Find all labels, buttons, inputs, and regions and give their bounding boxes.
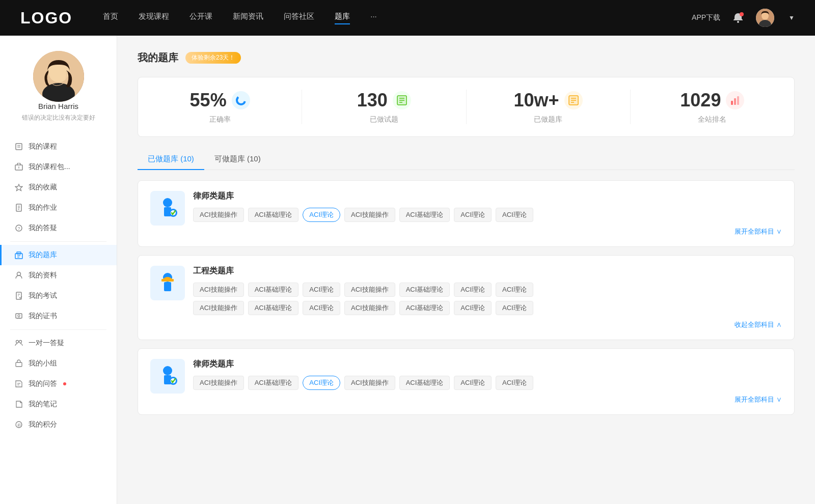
tag-2-4[interactable]: ACI基础理论 xyxy=(399,283,450,297)
tag-2-10[interactable]: ACI技能操作 xyxy=(344,301,395,315)
tag-2-8[interactable]: ACI基础理论 xyxy=(248,301,299,315)
sidebar-item-one2one[interactable]: 一对一答疑 xyxy=(0,333,117,353)
lawyer-icon xyxy=(155,195,180,221)
stat-label-rank: 全站排名 xyxy=(698,115,726,124)
tag-1-1[interactable]: ACI基础理论 xyxy=(248,208,299,222)
avatar-image xyxy=(756,9,774,27)
sidebar-label-favorites: 我的收藏 xyxy=(29,183,57,192)
tabs: 已做题库 (10) 可做题库 (10) xyxy=(138,149,795,170)
logo[interactable]: LOGO xyxy=(20,9,72,27)
nav-qbank[interactable]: 题库 xyxy=(335,12,350,24)
trial-badge: 体验剩余23天！ xyxy=(185,52,241,64)
tag-2-2[interactable]: ACI理论 xyxy=(303,283,340,297)
stat-correct-rate: 55% 正确率 xyxy=(138,90,302,124)
qbank-title-1: 律师类题库 xyxy=(193,191,782,202)
expand-3[interactable]: 展开全部科目 ∨ xyxy=(193,395,782,404)
tag-1-5[interactable]: ACI理论 xyxy=(454,208,492,222)
nav-discover[interactable]: 发现课程 xyxy=(139,12,169,24)
sidebar-label-group: 我的小组 xyxy=(29,359,57,368)
sidebar-item-myqa[interactable]: ? 我的答疑 xyxy=(0,218,117,238)
svg-rect-52 xyxy=(737,96,739,105)
tag-3-1[interactable]: ACI基础理论 xyxy=(248,376,299,390)
navbar: LOGO 首页 发现课程 公开课 新闻资讯 问答社区 题库 ··· APP下载 … xyxy=(0,0,815,36)
sidebar-item-points[interactable]: 积 我的积分 xyxy=(0,414,117,435)
tag-2-0[interactable]: ACI技能操作 xyxy=(193,283,244,297)
user-dropdown-icon[interactable]: ▼ xyxy=(789,14,795,21)
tag-3-3[interactable]: ACI技能操作 xyxy=(344,376,395,390)
nav-mooc[interactable]: 公开课 xyxy=(189,12,212,24)
tag-3-2[interactable]: ACI理论 xyxy=(303,376,340,390)
bank-stat-icon xyxy=(568,95,579,106)
svg-rect-59 xyxy=(161,279,174,282)
page-title: 我的题库 xyxy=(138,51,178,65)
sidebar-item-notes[interactable]: 我的笔记 xyxy=(0,394,117,414)
tag-2-6[interactable]: ACI理论 xyxy=(496,283,533,297)
stat-done-questions: 130 已做试题 xyxy=(302,90,466,124)
main-content: 我的题库 体验剩余23天！ 55% 正确率 xyxy=(117,36,815,504)
sidebar-item-group[interactable]: 我的小组 xyxy=(0,353,117,374)
tag-2-12[interactable]: ACI理论 xyxy=(454,301,492,315)
tag-2-7[interactable]: ACI技能操作 xyxy=(193,301,244,315)
svg-point-31 xyxy=(16,341,19,343)
layout: Brian Harris 错误的决定比没有决定要好 我的课程 我的课程包... xyxy=(0,36,815,504)
collapse-2[interactable]: 收起全部科目 ∧ xyxy=(193,320,782,329)
sidebar-item-questions[interactable]: 我的问答 xyxy=(0,374,117,394)
stat-value-rank: 1029 xyxy=(680,90,721,111)
stat-value-banks: 10w+ xyxy=(514,90,559,111)
sidebar-item-course[interactable]: 我的课程 xyxy=(0,136,117,157)
expand-1[interactable]: 展开全部科目 ∨ xyxy=(193,227,782,236)
tag-3-5[interactable]: ACI理论 xyxy=(454,376,492,390)
tag-3-0[interactable]: ACI技能操作 xyxy=(193,376,244,390)
qbank-content-3: 律师类题库 ACI技能操作 ACI基础理论 ACI理论 ACI技能操作 ACI基… xyxy=(193,359,782,404)
tag-2-13[interactable]: ACI理论 xyxy=(496,301,533,315)
avatar[interactable] xyxy=(756,9,774,27)
tag-1-0[interactable]: ACI技能操作 xyxy=(193,208,244,222)
app-download-button[interactable]: APP下载 xyxy=(692,13,720,22)
qbank-card-3: 律师类题库 ACI技能操作 ACI基础理论 ACI理论 ACI技能操作 ACI基… xyxy=(138,348,795,415)
tags-row-2a: ACI技能操作 ACI基础理论 ACI理论 ACI技能操作 ACI基础理论 AC… xyxy=(193,283,782,297)
sidebar-item-homework[interactable]: 我的作业 xyxy=(0,198,117,218)
tag-1-6[interactable]: ACI理论 xyxy=(496,208,533,222)
sidebar-item-exam[interactable]: 我的考试 xyxy=(0,286,117,306)
sidebar-label-myqa: 我的答疑 xyxy=(29,223,57,233)
profile-avatar[interactable] xyxy=(33,51,84,102)
sidebar-divider-1 xyxy=(10,241,106,242)
sidebar: Brian Harris 错误的决定比没有决定要好 我的课程 我的课程包... xyxy=(0,36,117,504)
tag-2-5[interactable]: ACI理论 xyxy=(454,283,492,297)
svg-point-53 xyxy=(163,198,172,207)
sidebar-label-points: 我的积分 xyxy=(29,420,57,429)
tab-done[interactable]: 已做题库 (10) xyxy=(138,149,204,170)
tag-2-1[interactable]: ACI基础理论 xyxy=(248,283,299,297)
tag-1-3[interactable]: ACI技能操作 xyxy=(344,208,395,222)
nav-news[interactable]: 新闻资讯 xyxy=(233,12,263,24)
sidebar-item-qbank[interactable]: 我的题库 xyxy=(0,245,117,265)
nav-more[interactable]: ··· xyxy=(370,12,377,24)
svg-rect-58 xyxy=(164,282,171,291)
note-icon xyxy=(14,400,23,409)
done-icon-wrapper xyxy=(393,91,411,109)
questions-badge xyxy=(63,382,66,385)
sidebar-item-package[interactable]: 我的课程包... xyxy=(0,157,117,177)
nav-home[interactable]: 首页 xyxy=(103,12,118,24)
nav-qa[interactable]: 问答社区 xyxy=(284,12,314,24)
tag-2-3[interactable]: ACI技能操作 xyxy=(344,283,395,297)
profile-avatar-image xyxy=(33,51,84,102)
tab-available[interactable]: 可做题库 (10) xyxy=(204,149,271,170)
sidebar-item-profile[interactable]: 我的资料 xyxy=(0,265,117,286)
sidebar-item-cert[interactable]: 我的证书 xyxy=(0,306,117,326)
tag-2-11[interactable]: ACI基础理论 xyxy=(399,301,450,315)
tag-3-6[interactable]: ACI理论 xyxy=(496,376,533,390)
sidebar-item-favorites[interactable]: 我的收藏 xyxy=(0,177,117,198)
tag-3-4[interactable]: ACI基础理论 xyxy=(399,376,450,390)
nav-links: 首页 发现课程 公开课 新闻资讯 问答社区 题库 ··· xyxy=(103,12,692,24)
tag-1-2[interactable]: ACI理论 xyxy=(303,208,340,222)
engineer-icon xyxy=(155,270,180,296)
tag-1-4[interactable]: ACI基础理论 xyxy=(399,208,450,222)
svg-text:积: 积 xyxy=(17,423,21,428)
tag-2-9[interactable]: ACI理论 xyxy=(303,301,340,315)
tags-row-1: ACI技能操作 ACI基础理论 ACI理论 ACI技能操作 ACI基础理论 AC… xyxy=(193,208,782,222)
bell-button[interactable] xyxy=(732,12,744,23)
lawyer-icon-2 xyxy=(155,363,180,389)
svg-rect-27 xyxy=(16,314,22,318)
qbank-icon-wrapper-3 xyxy=(150,359,185,394)
